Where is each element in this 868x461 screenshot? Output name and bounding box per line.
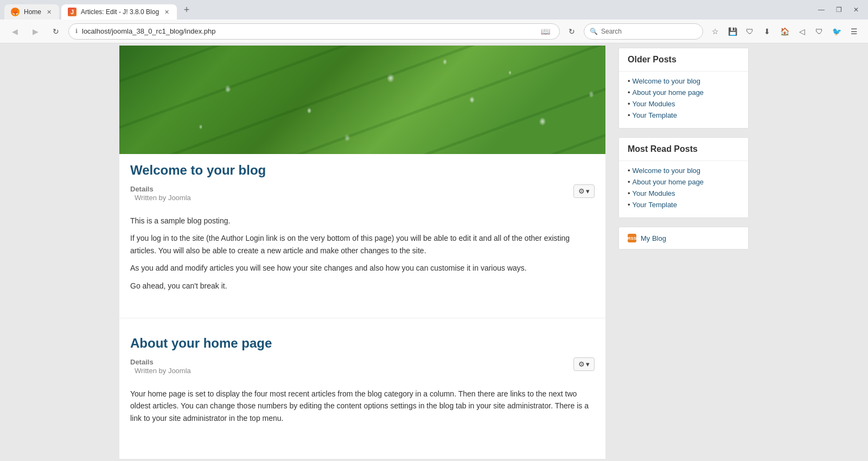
reload-button[interactable]: ↻ — [48, 23, 64, 40]
article-about-para-1: Your home page is set to display the fou… — [130, 388, 595, 424]
article-welcome-author: Written by Joomla — [135, 194, 191, 202]
search-icon: 🔍 — [590, 28, 598, 35]
gear-icon: ⚙ — [578, 187, 585, 195]
list-item: Your Template — [628, 111, 739, 119]
older-posts-list: Welcome to your blog About your home pag… — [619, 72, 748, 128]
tab-home[interactable]: 🦊 Home ✕ — [4, 4, 59, 20]
most-read-link-4[interactable]: Your Template — [633, 201, 677, 209]
security-icon: ℹ — [75, 28, 78, 35]
list-item: About your home page — [628, 178, 739, 186]
address-bar[interactable]: ℹ localhost/joomla_38_0_rc1_blog/index.p… — [68, 23, 560, 40]
list-item: Your Modules — [628, 189, 739, 197]
bookmark-star-icon[interactable]: ☆ — [707, 24, 723, 39]
main-content: Welcome to your blog Details Written by … — [119, 46, 605, 459]
article-welcome-gear-button[interactable]: ⚙ ▾ — [573, 184, 595, 198]
save-page-icon[interactable]: 💾 — [725, 24, 740, 39]
list-item: Welcome to your blog — [628, 167, 739, 175]
article-welcome-body: This is a sample blog posting. If you lo… — [130, 215, 595, 292]
gear-about-icon: ⚙ — [578, 360, 585, 368]
article-about-meta-row: Details Written by Joomla ⚙ ▾ — [130, 357, 595, 381]
older-post-link-3[interactable]: Your Modules — [633, 100, 675, 108]
my-blog-link[interactable]: My Blog — [641, 234, 666, 242]
most-read-posts-widget: Most Read Posts Welcome to your blog Abo… — [618, 137, 749, 218]
reader-mode-icon[interactable]: 📖 — [538, 24, 553, 39]
tab-articles-label: Articles: Edit - J! 3.8.0 Blog — [81, 8, 159, 16]
article-welcome-para-2: If you log in to the site (the Author Lo… — [130, 232, 595, 257]
pocket-icon[interactable]: 🛡 — [742, 24, 757, 39]
address-text: localhost/joomla_38_0_rc1_blog/index.php — [82, 27, 533, 35]
shield-nav-icon[interactable]: 🛡 — [812, 24, 827, 39]
list-item: Welcome to your blog — [628, 77, 739, 85]
article-about: About your home page Details Written by … — [119, 327, 605, 441]
older-post-link-1[interactable]: Welcome to your blog — [633, 77, 701, 85]
article-about-title[interactable]: About your home page — [130, 336, 595, 351]
gear-dropdown-icon: ▾ — [586, 187, 590, 195]
older-posts-widget: Older Posts Welcome to your blog About y… — [618, 48, 749, 129]
article-welcome: Welcome to your blog Details Written by … — [119, 154, 605, 309]
article-about-author: Written by Joomla — [135, 367, 191, 375]
title-bar: 🦊 Home ✕ J Articles: Edit - J! 3.8.0 Blo… — [0, 0, 868, 20]
article-welcome-title[interactable]: Welcome to your blog — [130, 163, 595, 178]
most-read-posts-title: Most Read Posts — [619, 138, 748, 161]
back-button[interactable]: ◀ — [7, 23, 23, 40]
download-icon[interactable]: ⬇ — [760, 24, 775, 39]
browser-window: 🦊 Home ✕ J Articles: Edit - J! 3.8.0 Blo… — [0, 0, 868, 461]
menu-icon[interactable]: ☰ — [846, 24, 861, 39]
tab-home-close[interactable]: ✕ — [46, 8, 53, 17]
tab-articles-edit[interactable]: J Articles: Edit - J! 3.8.0 Blog ✕ — [61, 4, 177, 20]
older-post-link-2[interactable]: About your home page — [633, 88, 704, 97]
gear-about-dropdown-icon: ▾ — [586, 360, 590, 368]
article-about-meta: Details Written by Joomla — [130, 357, 191, 375]
article-welcome-meta: Details Written by Joomla — [130, 184, 191, 202]
list-item: About your home page — [628, 88, 739, 97]
minimize-button[interactable]: — — [814, 2, 829, 17]
article-about-body: Your home page is set to display the fou… — [130, 388, 595, 424]
search-placeholder: Search — [601, 28, 622, 35]
home-tab-favicon: 🦊 — [11, 8, 20, 16]
forward-button[interactable]: ▶ — [27, 23, 43, 40]
tab-articles-favicon: J — [68, 8, 76, 16]
most-read-posts-list: Welcome to your blog About your home pag… — [619, 161, 748, 217]
rss-widget: RSS My Blog — [618, 227, 749, 249]
reload-nav-icon[interactable]: ↻ — [564, 24, 579, 39]
article-welcome-details-label: Details — [130, 185, 154, 193]
sidebar: Older Posts Welcome to your blog About y… — [618, 46, 749, 459]
article-divider — [119, 318, 605, 318]
rss-icon: RSS — [628, 234, 636, 242]
article-welcome-para-3: As you add and modify articles you will … — [130, 262, 595, 274]
close-button[interactable]: ✕ — [848, 2, 864, 17]
home-icon[interactable]: 🏠 — [777, 24, 792, 39]
article-welcome-meta-row: Details Written by Joomla ⚙ ▾ — [130, 184, 595, 208]
hero-image — [119, 46, 605, 154]
sync-icon[interactable]: ◁ — [794, 24, 809, 39]
maximize-button[interactable]: ❐ — [831, 2, 846, 17]
older-posts-title: Older Posts — [619, 48, 748, 72]
search-bar[interactable]: 🔍 Search — [584, 23, 703, 40]
extensions-icon[interactable]: 🐦 — [829, 24, 844, 39]
tab-articles-close[interactable]: ✕ — [163, 8, 170, 17]
tab-home-label: Home — [24, 8, 41, 16]
most-read-link-2[interactable]: About your home page — [633, 178, 704, 186]
nav-icon-group: ☆ 💾 🛡 ⬇ 🏠 ◁ 🛡 🐦 ☰ — [707, 24, 861, 39]
list-item: Your Modules — [628, 100, 739, 108]
site-wrapper: Welcome to your blog Details Written by … — [119, 43, 749, 461]
article-about-details-label: Details — [130, 358, 154, 366]
article-welcome-para-1: This is a sample blog posting. — [130, 215, 595, 227]
window-controls: — ❐ ✕ — [814, 2, 864, 17]
article-welcome-para-4: Go ahead, you can't break it. — [130, 280, 595, 292]
most-read-link-3[interactable]: Your Modules — [633, 189, 675, 197]
new-tab-button[interactable]: + — [179, 2, 194, 17]
list-item: Your Template — [628, 201, 739, 209]
navigation-bar: ◀ ▶ ↻ ℹ localhost/joomla_38_0_rc1_blog/i… — [0, 20, 868, 43]
page-content: Welcome to your blog Details Written by … — [0, 43, 868, 461]
older-post-link-4[interactable]: Your Template — [633, 111, 677, 119]
article-about-gear-button[interactable]: ⚙ ▾ — [573, 357, 595, 371]
rss-widget-content: RSS My Blog — [619, 227, 748, 249]
most-read-link-1[interactable]: Welcome to your blog — [633, 167, 701, 175]
